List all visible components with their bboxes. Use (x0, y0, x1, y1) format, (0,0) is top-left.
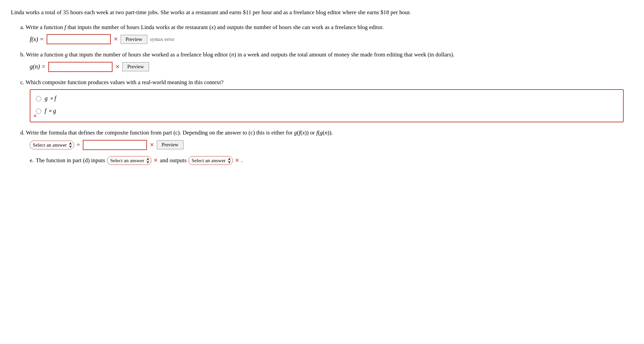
part-c: c. Which composite function produces val… (20, 78, 633, 123)
part-d-input[interactable] (83, 140, 147, 150)
part-d: d. Write the formula that defines the co… (20, 128, 633, 150)
part-e-label: e. (30, 156, 34, 165)
part-a-input[interactable] (47, 34, 111, 44)
radio-option-fog: f ∘ g (36, 106, 618, 116)
part-a: a. Write a function f that inputs the nu… (20, 23, 633, 45)
part-d-preview-button[interactable]: Preview (157, 140, 183, 149)
part-a-equation-lhs: f(x) = (30, 35, 44, 44)
part-e-select1[interactable]: Select an answer x n (107, 156, 151, 165)
part-b-preview-button[interactable]: Preview (122, 62, 149, 71)
part-b-label: b. Write a function g that inputs the nu… (20, 50, 633, 59)
part-a-clear-icon[interactable]: ✕ (114, 35, 118, 43)
radio-option-gof: g ∘ f (36, 94, 618, 103)
part-e-clear1-icon[interactable]: ✕ (153, 156, 158, 165)
part-e-row: e. The function in part (d) inputs Selec… (30, 156, 633, 165)
part-e-select2[interactable]: Select an answer hours dollars (189, 156, 233, 165)
part-d-input-row: Select an answer g(f(x)) f(g(n)) ▲▼ = ✕ … (30, 140, 633, 150)
part-e: e. The function in part (d) inputs Selec… (20, 156, 633, 165)
part-c-clear-icon[interactable]: ✕ (33, 113, 37, 120)
radio-gof[interactable] (36, 96, 41, 101)
part-e-text-before: The function in part (d) inputs (36, 156, 105, 165)
part-e-text-end: . (241, 156, 243, 165)
part-a-input-row: f(x) = ✕ Preview syntax error (30, 34, 633, 44)
part-b: b. Write a function g that inputs the nu… (20, 50, 633, 72)
part-d-clear-icon[interactable]: ✕ (150, 141, 154, 149)
part-e-text-middle: and outputs (160, 156, 187, 165)
part-a-preview-button[interactable]: Preview (121, 35, 147, 44)
part-a-label: a. Write a function f that inputs the nu… (20, 23, 633, 32)
part-b-clear-icon[interactable]: ✕ (115, 63, 120, 71)
part-d-select[interactable]: Select an answer g(f(x)) f(g(n)) (30, 141, 74, 149)
part-b-input[interactable] (48, 62, 113, 72)
part-a-syntax-error: syntax error (150, 35, 174, 43)
problem-intro: Linda works a total of 35 hours each wee… (11, 8, 633, 17)
part-e-select1-wrapper: Select an answer x n ▲▼ (107, 156, 151, 165)
part-b-equation-lhs: g(n) = (30, 62, 46, 71)
part-e-select2-wrapper: Select an answer hours dollars ▲▼ (189, 156, 233, 165)
part-d-label: d. Write the formula that defines the co… (20, 128, 633, 137)
part-e-clear2-icon[interactable]: ✕ (235, 156, 239, 165)
part-c-radio-box: g ∘ f f ∘ g ✕ (30, 89, 624, 122)
part-c-label: c. Which composite function produces val… (20, 78, 633, 87)
part-b-input-row: g(n) = ✕ Preview (30, 62, 633, 72)
part-d-select-wrapper: Select an answer g(f(x)) f(g(n)) ▲▼ (30, 141, 74, 149)
